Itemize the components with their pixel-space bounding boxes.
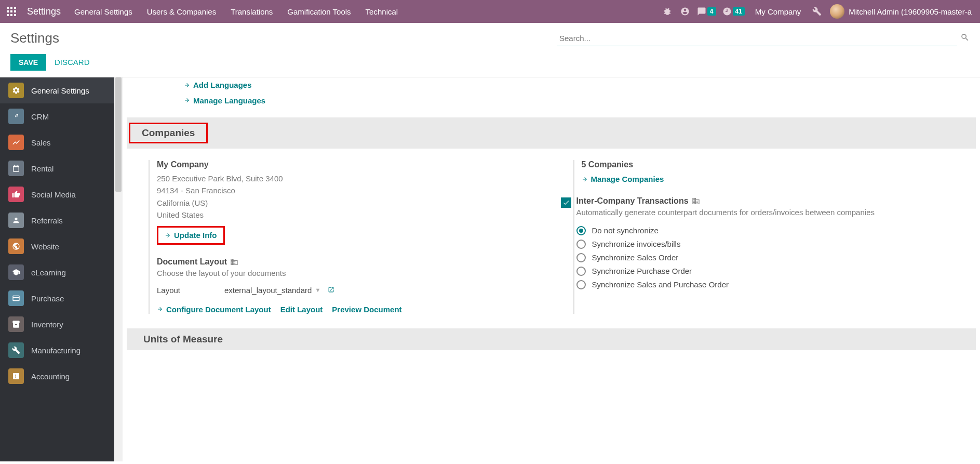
sidebar-label: General Settings	[31, 86, 89, 95]
thumbs-up-icon	[8, 187, 24, 202]
radio-sync-po[interactable]: Synchronize Purchase Order	[576, 267, 966, 276]
cap-icon	[8, 264, 24, 280]
sidebar-label: Referrals	[31, 216, 63, 225]
edit-layout-link[interactable]: Edit Layout	[280, 305, 323, 314]
sidebar-label: eLearning	[31, 268, 66, 277]
companies-section-header: Companies	[127, 117, 976, 149]
manage-languages-link[interactable]: Manage Languages	[184, 96, 265, 105]
user-menu[interactable]: Mitchell Admin (19609905-master-a	[826, 4, 976, 19]
companies-count: 5 Companies	[582, 160, 966, 169]
svg-rect-1	[10, 7, 12, 9]
user-name: Mitchell Admin (19609905-master-a	[849, 7, 972, 16]
sidebar-item-purchase[interactable]: Purchase	[0, 285, 114, 311]
sidebar-item-referrals[interactable]: Referrals	[0, 207, 114, 233]
doc-layout-title: Document Layout	[157, 257, 541, 267]
sidebar-label: Rental	[31, 164, 53, 173]
activity-count: 41	[733, 7, 745, 16]
content-area: Add Languages Manage Languages Companies…	[123, 77, 980, 461]
gear-icon	[8, 83, 24, 98]
company-addr1: 250 Executive Park Blvd, Suite 3400	[157, 173, 541, 184]
nav-translations[interactable]: Translations	[223, 7, 280, 16]
radio-sync-so[interactable]: Synchronize Sales Order	[576, 253, 966, 262]
sidebar-label: Sales	[31, 138, 51, 147]
company-addr2: 94134 - San Francisco	[157, 184, 541, 196]
svg-rect-4	[10, 10, 12, 12]
control-panel: Settings	[0, 23, 980, 46]
layout-label: Layout	[157, 286, 209, 295]
sidebar: General Settings CRM Sales Rental Social…	[0, 77, 114, 461]
sidebar-item-sales[interactable]: Sales	[0, 129, 114, 155]
sidebar-item-elearning[interactable]: eLearning	[0, 259, 114, 285]
chat-button[interactable]: 4	[694, 7, 719, 16]
action-buttons: SAVE DISCARD	[0, 46, 980, 76]
calendar-icon	[8, 161, 24, 176]
globe-icon	[8, 238, 24, 254]
update-info-link[interactable]: Update Info	[165, 231, 217, 240]
sidebar-item-manufacturing[interactable]: Manufacturing	[0, 337, 114, 363]
tools-icon[interactable]	[808, 7, 826, 16]
page-title: Settings	[10, 30, 59, 46]
box-icon	[8, 316, 24, 332]
preview-doc-link[interactable]: Preview Document	[332, 305, 401, 314]
radio-no-sync[interactable]: Do not synchronize	[576, 226, 966, 235]
search-input[interactable]	[557, 31, 957, 46]
doc-layout-desc: Choose the layout of your documents	[157, 269, 541, 277]
invoice-icon	[8, 368, 24, 384]
sidebar-item-crm[interactable]: CRM	[0, 103, 114, 129]
apps-icon	[7, 7, 16, 16]
company-name: My Company	[157, 160, 541, 169]
apps-button[interactable]	[4, 4, 19, 19]
clock-icon	[722, 7, 732, 16]
bug-icon[interactable]	[659, 7, 676, 16]
radio-sync-both[interactable]: Synchronize Sales and Purchase Order	[576, 280, 966, 289]
add-languages-link[interactable]: Add Languages	[184, 81, 252, 89]
card-icon	[8, 290, 24, 306]
save-button[interactable]: SAVE	[10, 54, 46, 71]
caret-down-icon: ▼	[315, 287, 320, 293]
sidebar-label: Website	[31, 242, 59, 251]
nav-gamification[interactable]: Gamification Tools	[280, 7, 358, 16]
svg-rect-7	[10, 14, 12, 16]
building-icon	[230, 257, 238, 267]
wrench-icon	[8, 342, 24, 358]
sidebar-item-general[interactable]: General Settings	[0, 77, 114, 103]
scrollbar[interactable]	[114, 77, 123, 461]
nav-technical[interactable]: Technical	[358, 7, 406, 16]
svg-rect-2	[14, 7, 16, 9]
svg-rect-5	[14, 10, 16, 12]
sidebar-label: Accounting	[31, 372, 70, 381]
sidebar-item-inventory[interactable]: Inventory	[0, 311, 114, 337]
configure-doc-layout-link[interactable]: Configure Document Layout	[157, 305, 271, 314]
company-switch[interactable]: My Company	[748, 7, 808, 16]
nav-brand[interactable]: Settings	[21, 6, 67, 17]
svg-rect-3	[7, 10, 9, 12]
manage-companies-link[interactable]: Manage Companies	[582, 175, 664, 183]
sidebar-item-accounting[interactable]: Accounting	[0, 363, 114, 389]
search-icon[interactable]	[960, 33, 970, 44]
sidebar-label: Social Media	[31, 190, 76, 199]
handshake-icon	[8, 109, 24, 124]
external-link-icon[interactable]	[324, 286, 334, 295]
inter-company-desc: Automatically generate counterpart docum…	[576, 208, 966, 217]
building-icon	[692, 196, 700, 206]
chat-count: 4	[707, 7, 716, 16]
chat-icon	[697, 7, 706, 16]
inter-company-checkbox[interactable]	[561, 197, 571, 208]
sidebar-label: Purchase	[31, 294, 64, 303]
layout-select[interactable]: external_layout_standard▼	[224, 286, 334, 295]
units-section-header: Units of Measure	[127, 328, 976, 350]
discard-button[interactable]: DISCARD	[48, 54, 96, 71]
nav-users-companies[interactable]: Users & Companies	[140, 7, 223, 16]
nav-general-settings[interactable]: General Settings	[67, 7, 140, 16]
radio-sync-invoices[interactable]: Synchronize invoices/bills	[576, 240, 966, 249]
sidebar-item-social[interactable]: Social Media	[0, 181, 114, 207]
sidebar-item-website[interactable]: Website	[0, 233, 114, 259]
sidebar-item-rental[interactable]: Rental	[0, 155, 114, 181]
chart-icon	[8, 135, 24, 150]
company-addr3: California (US)	[157, 197, 541, 209]
sidebar-label: Manufacturing	[31, 346, 80, 355]
svg-rect-0	[7, 7, 9, 9]
support-icon[interactable]	[676, 7, 694, 16]
activity-button[interactable]: 41	[719, 7, 748, 16]
sidebar-label: CRM	[31, 112, 49, 121]
